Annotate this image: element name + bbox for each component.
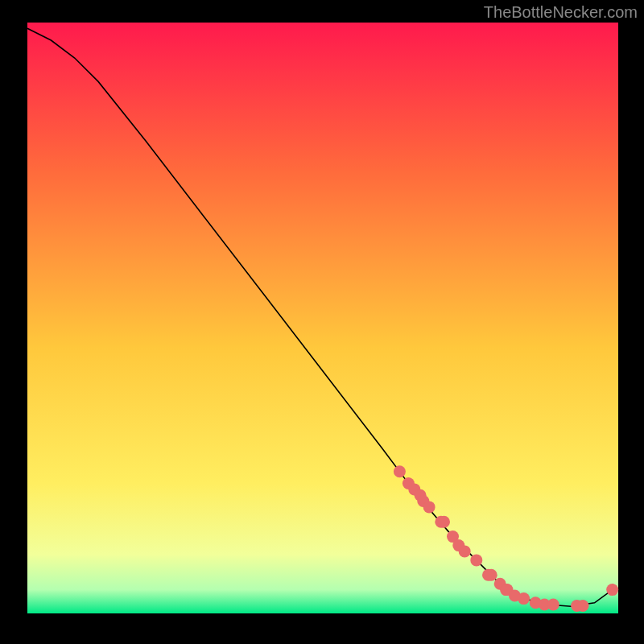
scatter-point <box>470 554 482 566</box>
chart-container: TheBottleNecker.com <box>0 0 644 644</box>
scatter-point <box>485 569 497 581</box>
scatter-point <box>577 600 589 612</box>
chart-svg <box>0 0 644 644</box>
scatter-point <box>518 592 530 605</box>
scatter-point <box>394 465 406 477</box>
scatter-point <box>459 545 471 557</box>
scatter-point <box>423 501 436 513</box>
scatter-point <box>438 516 450 528</box>
watermark-text: TheBottleNecker.com <box>484 3 638 22</box>
scatter-point <box>547 599 559 611</box>
plot-background <box>27 23 618 613</box>
scatter-point <box>606 584 618 596</box>
